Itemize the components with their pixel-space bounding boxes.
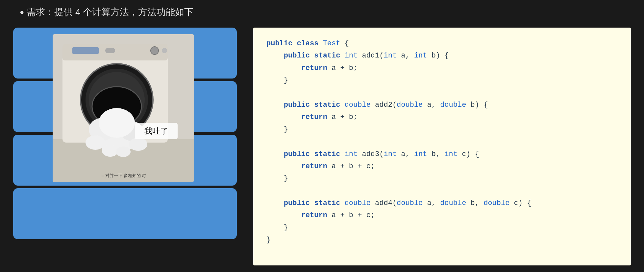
page: ● 需求：提供 4 个计算方法，方法功能如下 [0,0,644,272]
svg-point-18 [102,145,118,157]
svg-point-15 [99,108,135,138]
svg-point-10 [151,47,159,55]
svg-rect-9 [105,48,115,53]
svg-text:··· 对并一下 多相知的 时: ··· 对并一下 多相知的 时 [101,173,146,178]
svg-text:我吐了: 我吐了 [144,126,168,135]
code-block: public class Test { public static int ad… [266,37,618,246]
svg-point-11 [162,48,167,53]
header-text: ● 需求：提供 4 个计算方法，方法功能如下 [20,6,193,18]
header-bar: ● 需求：提供 4 个计算方法，方法功能如下 [0,0,644,24]
header-label: 需求：提供 4 个计算方法，方法功能如下 [27,6,193,18]
svg-point-16 [86,135,105,150]
svg-rect-8 [72,47,99,54]
left-panel: 我吐了 ··· 对并一下 多相知的 时 [13,28,243,265]
meme-image: 我吐了 ··· 对并一下 多相知的 时 [53,34,194,182]
svg-point-17 [129,138,147,151]
blue-bar-4 [13,188,237,239]
code-panel: public class Test { public static int ad… [253,28,631,265]
main-content: 我吐了 ··· 对并一下 多相知的 时 public class Test { … [0,24,644,272]
bullet-icon: ● [20,8,24,16]
svg-point-19 [116,147,131,157]
